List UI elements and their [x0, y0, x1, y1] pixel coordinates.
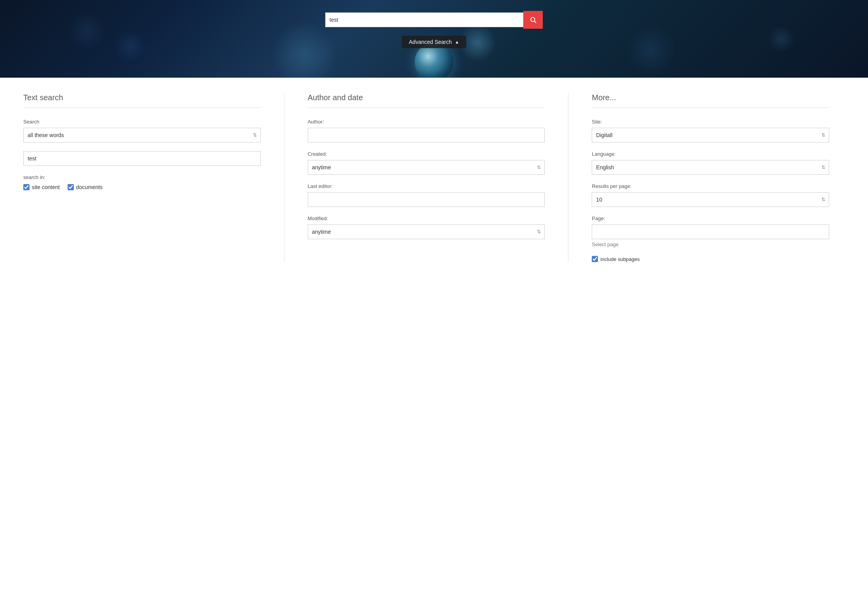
search-in-group: search in: site content documents — [23, 174, 261, 190]
results-per-page-select-wrapper: 10 20 50 100 — [592, 192, 829, 207]
chevron-up-icon: ▲ — [455, 40, 459, 44]
language-group: Language: English French German Spanish — [592, 151, 829, 175]
advanced-search-panel: Text search Search all these words any o… — [0, 78, 868, 282]
documents-checkbox-label[interactable]: documents — [68, 184, 103, 190]
search-type-select[interactable]: all these words any of these words none … — [23, 128, 261, 143]
main-search-bar — [325, 11, 543, 29]
search-button[interactable] — [523, 11, 543, 29]
page-input[interactable] — [592, 224, 829, 239]
modified-select[interactable]: anytime today this week this month this … — [308, 224, 545, 239]
select-page-hint: Select page — [592, 242, 829, 247]
text-search-column: Text search Search all these words any o… — [23, 93, 284, 262]
results-per-page-select[interactable]: 10 20 50 100 — [592, 192, 829, 207]
results-per-page-label: Results per page: — [592, 183, 829, 189]
language-label: Language: — [592, 151, 829, 157]
created-select-wrapper: anytime today this week this month this … — [308, 160, 545, 175]
site-select-wrapper: Digitall Option 2 — [592, 128, 829, 143]
search-icon — [530, 16, 537, 23]
search-query-input[interactable] — [23, 151, 261, 166]
page-label: Page: — [592, 216, 829, 221]
modified-group: Modified: anytime today this week this m… — [308, 216, 545, 239]
created-select[interactable]: anytime today this week this month this … — [308, 160, 545, 175]
more-title: More... — [592, 93, 829, 108]
text-search-title: Text search — [23, 93, 261, 108]
search-query-group — [23, 151, 261, 166]
search-label: Search — [23, 119, 261, 125]
last-editor-group: Last editor: — [308, 183, 545, 207]
svg-line-1 — [534, 21, 536, 23]
search-columns: Text search Search all these words any o… — [23, 93, 845, 262]
include-subpages-label[interactable]: include subpages — [592, 256, 829, 262]
documents-label: documents — [76, 184, 103, 190]
modified-select-wrapper: anytime today this week this month this … — [308, 224, 545, 239]
last-editor-label: Last editor: — [308, 183, 545, 189]
search-input[interactable] — [325, 12, 523, 27]
page-group: Page: Select page — [592, 216, 829, 247]
hero-section: Advanced Search ▲ — [0, 0, 868, 78]
advanced-search-toggle[interactable]: Advanced Search ▲ — [402, 36, 466, 48]
created-label: Created: — [308, 151, 545, 157]
results-per-page-group: Results per page: 10 20 50 100 — [592, 183, 829, 207]
modified-label: Modified: — [308, 216, 545, 221]
search-in-label: search in: — [23, 174, 261, 180]
author-label: Author: — [308, 119, 545, 125]
language-select-wrapper: English French German Spanish — [592, 160, 829, 175]
include-subpages-checkbox[interactable] — [592, 256, 598, 262]
documents-checkbox[interactable] — [68, 184, 74, 190]
created-group: Created: anytime today this week this mo… — [308, 151, 545, 175]
site-content-label: site content — [32, 184, 60, 190]
site-content-checkbox-label[interactable]: site content — [23, 184, 60, 190]
last-editor-input[interactable] — [308, 192, 545, 207]
search-type-group: Search all these words any of these word… — [23, 119, 261, 143]
author-date-column: Author and date Author: Created: anytime… — [284, 93, 569, 262]
site-group: Site: Digitall Option 2 — [592, 119, 829, 143]
author-date-title: Author and date — [308, 93, 545, 108]
site-content-checkbox[interactable] — [23, 184, 30, 190]
author-input[interactable] — [308, 128, 545, 143]
include-subpages-text: include subpages — [600, 256, 640, 262]
site-label: Site: — [592, 119, 829, 125]
site-select[interactable]: Digitall Option 2 — [592, 128, 829, 143]
search-type-wrapper: all these words any of these words none … — [23, 128, 261, 143]
language-select[interactable]: English French German Spanish — [592, 160, 829, 175]
advanced-search-label: Advanced Search — [409, 39, 452, 45]
more-column: More... Site: Digitall Option 2 Language… — [568, 93, 845, 262]
search-in-checkboxes: site content documents — [23, 184, 261, 190]
author-group: Author: — [308, 119, 545, 143]
